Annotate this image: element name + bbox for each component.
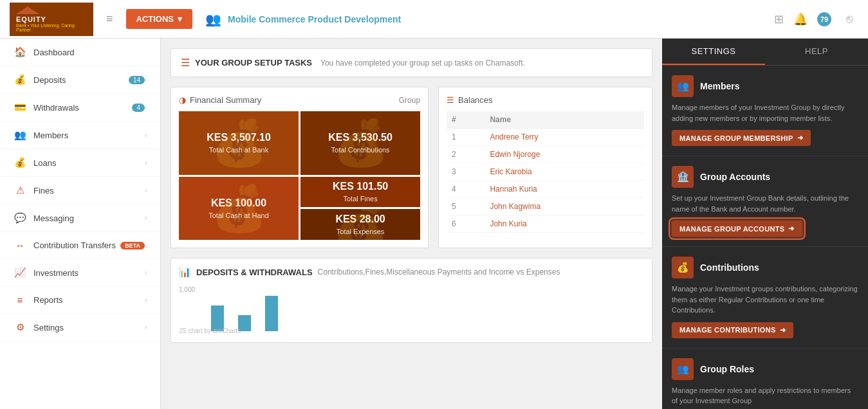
notification-badge[interactable]: 79 — [817, 12, 831, 26]
balances-col-name: Name — [485, 111, 644, 129]
fin-cell-right-col: KES 101.50 Total Fines 💰 KES 28.00 Total… — [300, 177, 420, 241]
manage-contributions-label: MANAGE CONTRIBUTIONS — [679, 326, 776, 334]
contributions-section-header: 💰 Contributions — [672, 257, 858, 278]
arrow-right-icon-3: ➜ — [780, 326, 786, 334]
sidebar-item-investments[interactable]: 📈 Investments ‹ — [0, 259, 160, 287]
panel-section-contributions: 💰 Contributions Manage your Investment g… — [662, 247, 868, 349]
fines-amount: KES 101.50 — [333, 181, 388, 192]
group-roles-section-header: 👥 Group Roles — [672, 358, 858, 380]
sidebar-label-investments: Investments — [33, 268, 145, 278]
chevron-right-icon-10: ‹ — [145, 323, 147, 332]
logo-roof-icon — [16, 6, 39, 14]
tab-help[interactable]: HELP — [765, 39, 868, 65]
panel-tabs: SETTINGS HELP — [662, 39, 868, 66]
sidebar-item-members[interactable]: 👥 Members ‹ — [0, 122, 160, 149]
chevron-right-icon-7: ‹ — [145, 241, 147, 250]
chevron-right-icon-6: ‹ — [145, 214, 147, 223]
contributions-section-desc: Manage your Investment groups contributi… — [672, 284, 858, 316]
chart-bar-3 — [265, 296, 278, 331]
members-section-desc: Manage members of your Investment Group … — [672, 102, 858, 123]
balances-title: ☰ Balances — [447, 95, 644, 105]
balance-row-name[interactable]: John Kagwima — [485, 198, 644, 215]
balance-row-name[interactable]: Eric Karobia — [485, 163, 644, 181]
sidebar-label-members: Members — [33, 131, 145, 140]
balance-row-name[interactable]: Hannah Kuria — [485, 181, 644, 198]
sidebar-item-reports[interactable]: ≡ Reports ‹ — [0, 287, 160, 314]
withdrawals-icon: 💳 — [13, 102, 27, 113]
chart-credit: JS chart by amCharts — [179, 327, 241, 334]
group-icon: 👥 — [205, 12, 221, 27]
balance-row-name[interactable]: Andrene Terry — [485, 129, 644, 146]
panel-section-members: 👥 Members Manage members of your Investm… — [662, 66, 868, 156]
tab-settings[interactable]: SETTINGS — [662, 39, 765, 65]
arrow-right-icon-2: ➜ — [788, 224, 794, 233]
setup-tasks-bar: ☰ YOUR GROUP SETUP TASKS You have comple… — [171, 48, 652, 77]
balance-row-num: 2 — [447, 146, 485, 163]
logo: EQUITY Bank • Your Listening, Caring Par… — [10, 3, 93, 36]
sidebar-item-dashboard[interactable]: 🏠 Dashboard — [0, 39, 160, 66]
logout-icon[interactable]: ⎋ — [841, 7, 858, 31]
bell-icon[interactable]: 🔔 — [793, 12, 808, 26]
sidebar-item-deposits[interactable]: 💰 Deposits 14 ‹ — [0, 66, 160, 94]
group-accounts-section-icon: 🏦 — [672, 166, 694, 188]
arrow-right-icon: ➜ — [797, 134, 803, 142]
chart-y-label: 1,000 — [179, 286, 195, 293]
hamburger-menu[interactable]: ≡ — [106, 12, 113, 26]
balance-row-num: 1 — [447, 129, 485, 146]
sidebar-item-withdrawals[interactable]: 💳 Withdrawals 4 ‹ — [0, 94, 160, 122]
main-layout: 🏠 Dashboard 💰 Deposits 14 ‹ 💳 Withdrawal… — [0, 39, 868, 409]
group-roles-section-icon: 👥 — [672, 358, 694, 380]
sidebar-label-deposits: Deposits — [33, 75, 125, 85]
financial-summary-card: ◑ Financial Summary Group 💰 KES 3,507.10… — [171, 87, 429, 248]
chevron-down-icon: ▾ — [178, 14, 182, 24]
contributions-label: Total Contributions — [331, 146, 390, 154]
table-row: 2Edwin Njoroge — [447, 146, 644, 163]
balance-row-name[interactable]: Edwin Njoroge — [485, 146, 644, 163]
manage-contributions-button[interactable]: MANAGE CONTRIBUTIONS ➜ — [672, 322, 793, 338]
table-row: 6John Kuria — [447, 215, 644, 233]
watermark-icon-2: 💰 — [333, 116, 389, 169]
balances-icon: ☰ — [447, 95, 454, 105]
balance-row-num: 5 — [447, 198, 485, 215]
manage-group-accounts-button[interactable]: MANAGE GROUP ACCOUNTS ➜ — [672, 221, 802, 237]
members-section-header: 👥 Members — [672, 75, 858, 97]
contributions-section-icon: 💰 — [672, 257, 694, 278]
grid-icon[interactable]: ⊞ — [774, 12, 784, 26]
dep-desc: Contributions,Fines,Miscellaneous Paymen… — [318, 268, 560, 277]
chevron-right-icon-3: ‹ — [145, 131, 147, 140]
watermark-icon: 💰 — [211, 116, 267, 169]
group-accounts-section-header: 🏦 Group Accounts — [672, 166, 858, 188]
actions-button[interactable]: ACTIONS ▾ — [126, 9, 193, 29]
manage-membership-button[interactable]: MANAGE GROUP MEMBERSHIP ➜ — [672, 130, 811, 146]
deposits-icon: 💰 — [13, 74, 27, 86]
panel-section-group-accounts: 🏦 Group Accounts Set up your Investment … — [662, 156, 868, 247]
setup-tasks-desc: You have completed your group set up tas… — [320, 59, 525, 68]
setup-tasks-title: YOUR GROUP SETUP TASKS — [195, 58, 312, 68]
sidebar-item-fines[interactable]: ⚠ Fines ‹ — [0, 177, 160, 204]
group-info: 👥 Mobile Commerce Product Development — [205, 12, 401, 27]
financial-card-title: ◑ Financial Summary — [179, 95, 261, 105]
deposits-withdrawals-card: 📊 DEPOSITS & WITHDRAWALS Contributions,F… — [171, 258, 652, 343]
financial-filter[interactable]: Group — [399, 96, 420, 105]
sidebar-item-settings[interactable]: ⚙ Settings ‹ — [0, 314, 160, 341]
logo-equity-text: EQUITY — [16, 15, 46, 23]
chevron-right-icon-2: ‹ — [145, 103, 147, 112]
top-header: EQUITY Bank • Your Listening, Caring Par… — [0, 0, 868, 39]
transfers-icon: ↔ — [13, 240, 27, 251]
home-icon: 🏠 — [13, 46, 27, 58]
sidebar-label-settings: Settings — [33, 323, 145, 332]
balance-row-name[interactable]: John Kuria — [485, 215, 644, 233]
dep-title: DEPOSITS & WITHDRAWALS — [196, 268, 313, 277]
sidebar-item-loans[interactable]: 💰 Loans ‹ — [0, 149, 160, 177]
sidebar-item-contribution-transfers[interactable]: ↔ Contribution Transfers BETA ‹ — [0, 232, 160, 259]
deposits-badge: 14 — [129, 76, 145, 84]
sidebar-label-reports: Reports — [33, 295, 145, 305]
sidebar-item-messaging[interactable]: 💬 Messaging ‹ — [0, 204, 160, 232]
loans-icon: 💰 — [13, 157, 27, 168]
sidebar-label-fines: Fines — [33, 186, 145, 195]
members-section-icon: 👥 — [672, 75, 694, 97]
financial-grid: 💰 KES 3,507.10 Total Cash at Bank 💰 KES … — [179, 111, 420, 240]
chevron-right-icon: ‹ — [145, 75, 147, 84]
sidebar-label-messaging: Messaging — [33, 214, 145, 223]
balances-table: # Name 1Andrene Terry2Edwin Njoroge3Eric… — [447, 111, 644, 233]
